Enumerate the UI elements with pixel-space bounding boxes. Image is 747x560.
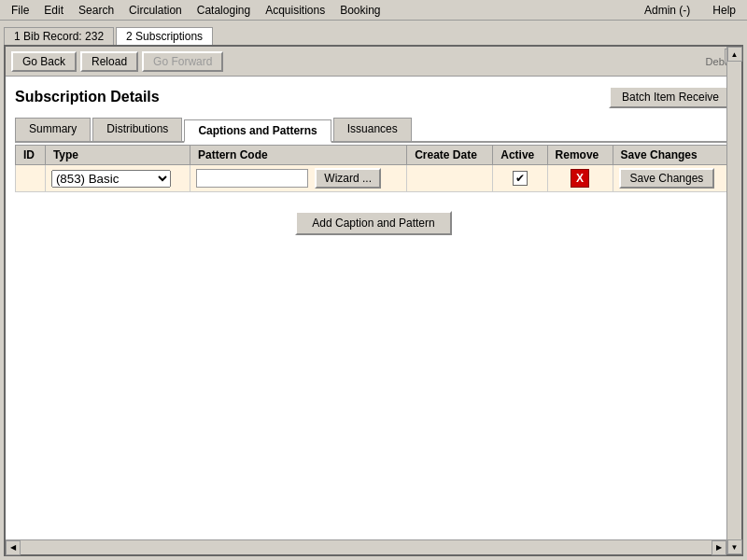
col-header-create-date: Create Date [407, 146, 493, 165]
add-caption-and-pattern-button[interactable]: Add Caption and Pattern [295, 211, 451, 235]
menu-file[interactable]: File [4, 2, 36, 19]
cell-id [16, 165, 46, 192]
menu-booking[interactable]: Booking [332, 2, 388, 19]
cell-create-date [407, 165, 493, 192]
menubar: File Edit Search Circulation Cataloging … [0, 0, 747, 21]
horizontal-scrollbar[interactable]: ◀ ▶ [6, 539, 726, 554]
content-area: Subscription Details Batch Item Receive … [6, 77, 741, 245]
captions-table: ID Type Pattern Code Create Date Active … [15, 145, 732, 192]
menu-circulation[interactable]: Circulation [121, 2, 190, 19]
col-header-remove: Remove [547, 146, 613, 165]
bib-tab-1[interactable]: 2 Subscriptions [116, 27, 213, 45]
batch-item-receive-button[interactable]: Batch Item Receive [609, 86, 732, 108]
add-caption-area: Add Caption and Pattern [15, 211, 732, 235]
scroll-down-arrow[interactable]: ▼ [727, 539, 742, 554]
go-forward-button[interactable]: Go Forward [142, 51, 223, 72]
col-header-id: ID [16, 146, 46, 165]
active-checkbox[interactable]: ✔ [513, 171, 528, 186]
reload-button[interactable]: Reload [80, 51, 138, 72]
tab-bar: Summary Distributions Captions and Patte… [15, 118, 732, 143]
main-window: ✕ Go Back Reload Go Forward Debug Subscr… [4, 45, 743, 556]
col-header-save-changes: Save Changes [613, 146, 731, 165]
scroll-right-arrow[interactable]: ▶ [712, 540, 726, 555]
wizard-button[interactable]: Wizard ... [315, 168, 381, 189]
tab-captions-and-patterns[interactable]: Captions and Patterns [184, 119, 331, 143]
tab-issuances[interactable]: Issuances [333, 118, 412, 141]
table-row: (853) Basic(854) Supplement(855) Index W… [16, 165, 732, 192]
hscroll-thumb[interactable] [21, 540, 712, 554]
menu-help[interactable]: Help [705, 2, 743, 19]
go-back-button[interactable]: Go Back [11, 51, 77, 72]
cell-pattern-code: Wizard ... [190, 165, 407, 192]
menu-cataloging[interactable]: Cataloging [190, 2, 258, 19]
col-header-active: Active [493, 146, 547, 165]
cell-save-changes: Save Changes [613, 165, 731, 192]
bib-tabbar: 1 Bib Record: 232 2 Subscriptions [0, 21, 747, 45]
cell-active: ✔ [493, 165, 547, 192]
col-header-type: Type [45, 146, 190, 165]
vertical-scrollbar[interactable]: ▲ ▼ [726, 47, 741, 554]
scroll-left-arrow[interactable]: ◀ [6, 540, 21, 555]
cell-remove: X [547, 165, 613, 192]
menu-search[interactable]: Search [71, 2, 121, 19]
menu-edit[interactable]: Edit [36, 2, 71, 19]
section-title: Subscription Details [15, 89, 160, 105]
cell-type: (853) Basic(854) Supplement(855) Index [45, 165, 190, 192]
type-select[interactable]: (853) Basic(854) Supplement(855) Index [51, 170, 171, 188]
toolbar: Go Back Reload Go Forward Debug [6, 47, 741, 77]
menu-acquisitions[interactable]: Acquisitions [258, 2, 332, 19]
col-header-pattern-code: Pattern Code [190, 146, 407, 165]
tab-distributions[interactable]: Distributions [92, 118, 182, 141]
scroll-thumb[interactable] [727, 62, 741, 539]
save-changes-button[interactable]: Save Changes [619, 168, 715, 189]
bib-tab-0[interactable]: 1 Bib Record: 232 [4, 27, 114, 45]
tab-summary[interactable]: Summary [15, 118, 91, 141]
section-header: Subscription Details Batch Item Receive [15, 86, 732, 108]
scroll-up-arrow[interactable]: ▲ [727, 47, 742, 62]
remove-button[interactable]: X [571, 169, 589, 188]
pattern-code-input[interactable] [196, 169, 308, 188]
menu-admin[interactable]: Admin (-) [637, 2, 698, 19]
